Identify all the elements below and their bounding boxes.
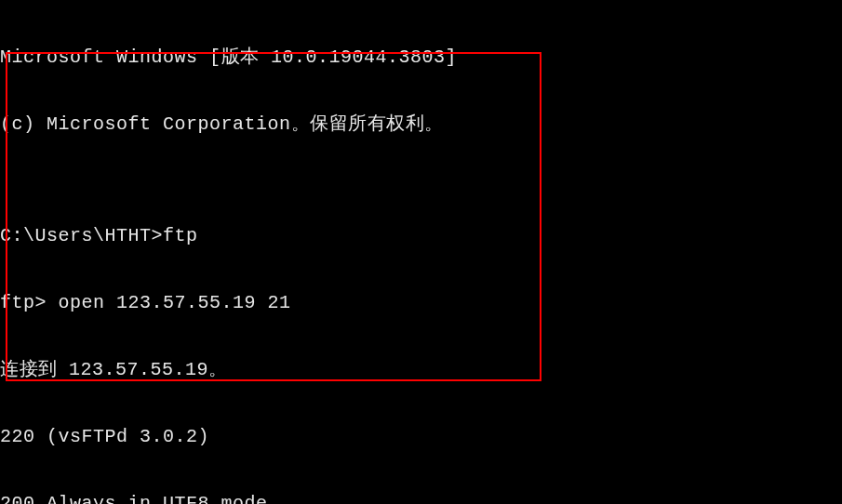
terminal-line: Microsoft Windows [版本 10.0.19044.3803]: [0, 46, 842, 69]
terminal-line: 连接到 123.57.55.19。: [0, 359, 842, 381]
terminal-line: 220 (vsFTPd 3.0.2): [0, 426, 842, 448]
terminal-window[interactable]: Microsoft Windows [版本 10.0.19044.3803] (…: [0, 0, 842, 504]
terminal-line: C:\Users\HTHT>ftp: [0, 225, 842, 247]
terminal-line: ftp> open 123.57.55.19 21: [0, 292, 842, 314]
terminal-line: (c) Microsoft Corporation。保留所有权利。: [0, 113, 842, 136]
terminal-line: 200 Always in UTF8 mode.: [0, 493, 842, 504]
